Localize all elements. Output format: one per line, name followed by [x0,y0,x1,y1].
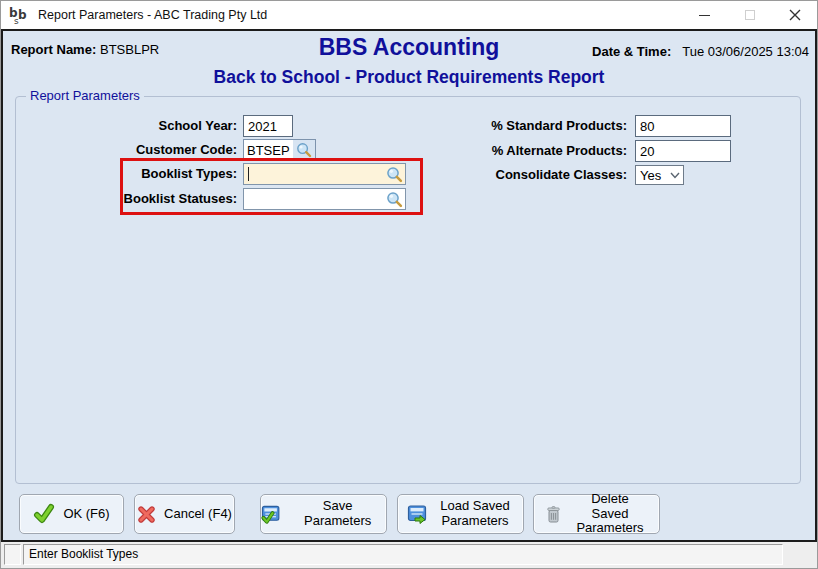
save-icon [261,504,281,525]
ok-button-label: OK (F6) [63,507,109,522]
minimize-button[interactable] [682,1,727,29]
consolidate-row: Consolidate Classes: Yes [3,164,815,186]
cross-icon [137,505,156,524]
maximize-button [727,1,772,29]
title-bar: b s b Report Parameters - ABC Trading Pt… [1,1,817,29]
delete-saved-parameters-label: Delete Saved Parameters [571,492,649,537]
window-title: Report Parameters - ABC Trading Pty Ltd [38,8,267,22]
trash-icon [544,505,563,524]
maximize-icon [745,10,755,20]
report-subtitle: Back to School - Product Requirements Re… [3,67,815,88]
status-bar: Enter Booklist Types [1,542,817,568]
close-button[interactable] [772,1,817,29]
pct-alternate-input[interactable] [635,140,731,162]
pct-standard-label: % Standard Products: [403,115,627,137]
report-parameters-window: b s b Report Parameters - ABC Trading Pt… [0,0,818,569]
pct-alternate-row: % Alternate Products: [3,140,815,162]
minimize-icon [699,15,710,16]
save-parameters-label: Save Parameters [289,499,386,529]
cancel-button-label: Cancel (F4) [164,507,232,522]
datetime: Date & Time: Tue 03/06/2025 13:04 [592,44,809,59]
status-grip-panel [4,544,21,565]
consolidate-label: Consolidate Classes: [403,164,627,186]
pct-standard-input[interactable] [635,115,731,137]
save-parameters-button[interactable]: Save Parameters [260,494,387,534]
svg-text:b: b [18,8,27,22]
close-icon [788,8,802,22]
chevron-down-icon [667,172,683,179]
load-saved-parameters-label: Load Saved Parameters [436,499,514,529]
ok-button[interactable]: OK (F6) [19,494,124,534]
pct-standard-row: % Standard Products: [3,115,815,137]
cancel-button[interactable]: Cancel (F4) [134,494,235,534]
delete-saved-parameters-button[interactable]: Delete Saved Parameters [533,494,660,534]
check-icon [33,503,55,525]
datetime-label: Date & Time: [592,44,671,59]
datetime-value: Tue 03/06/2025 13:04 [682,44,809,59]
consolidate-value: Yes [636,168,667,183]
groupbox-label: Report Parameters [26,88,144,103]
load-saved-parameters-button[interactable]: Load Saved Parameters [397,494,524,534]
load-icon [407,504,428,525]
pct-alternate-label: % Alternate Products: [403,140,627,162]
consolidate-select[interactable]: Yes [635,165,684,185]
content-area: Report Name: BTSBLPR BBS Accounting Date… [1,29,817,542]
app-icon: b s b [8,4,30,26]
status-message: Enter Booklist Types [23,544,783,565]
